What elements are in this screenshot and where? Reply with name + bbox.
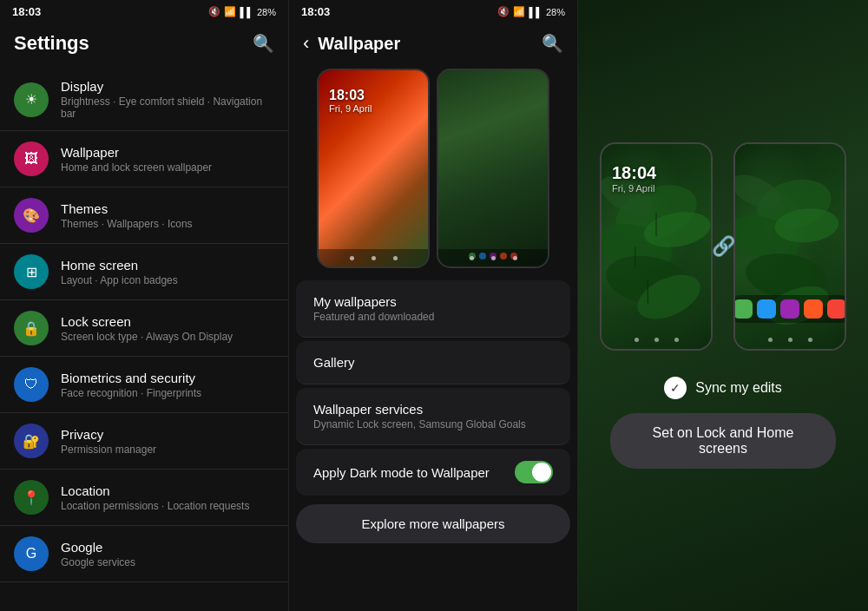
wallpaper-services-title: Wallpaper services <box>313 402 553 417</box>
lock-date: Fri, 9 April <box>329 103 372 114</box>
sync-check-icon: ✓ <box>664 377 687 399</box>
set-wallpaper-button[interactable]: Set on Lock and Home screens <box>610 413 836 469</box>
dark-mode-toggle[interactable]: Apply Dark mode to Wallpaper <box>296 449 570 496</box>
settings-item-wallpaper[interactable]: 🖼 Wallpaper Home and lock screen wallpap… <box>0 131 288 187</box>
signal-icon-2: ▌▌ <box>529 7 542 17</box>
wallpaper-header-left: ‹ Wallpaper <box>303 32 400 55</box>
wallpaper-services-sub: Dynamic Lock screen, Samsung Global Goal… <box>313 418 553 430</box>
menu-item-wallpaper-services[interactable]: Wallpaper services Dynamic Lock screen, … <box>296 388 570 445</box>
privacy-title: Privacy <box>61 427 156 442</box>
themes-title: Themes <box>61 201 193 216</box>
home-screen-text: Home screen Layout · App icon badges <box>61 258 178 286</box>
lock-screen-text: Lock screen Screen lock type · Always On… <box>61 314 233 343</box>
signal-icon: ▌▌ <box>240 7 253 17</box>
large-home-nav-d2 <box>788 338 792 342</box>
home-wallpaper <box>438 70 548 266</box>
settings-panel: 18:03 🔇 📶 ▌▌ 28% Settings 🔍 ☀ Display Br… <box>0 0 289 611</box>
google-icon: G <box>14 536 49 571</box>
home-app-5 <box>827 299 846 319</box>
preview-content: 18:04 Fri, 9 April 🔗 <box>578 142 868 469</box>
home-leaves-bg <box>735 144 845 349</box>
lock-time-overlay: 18:03 Fri, 9 April <box>329 88 372 114</box>
link-icon: 🔗 <box>712 235 735 258</box>
wallpaper-icon: 🖼 <box>14 141 49 176</box>
settings-item-lock-screen[interactable]: 🔒 Lock screen Screen lock type · Always … <box>0 300 288 357</box>
battery-icon-2: 28% <box>546 7 565 17</box>
lock-nav <box>319 249 428 266</box>
home-app-2 <box>757 299 776 319</box>
large-lock-time: 18:04 Fri, 9 April <box>612 163 656 194</box>
large-nav-d2 <box>654 338 659 342</box>
wallpaper-header: ‹ Wallpaper 🔍 <box>289 23 577 63</box>
preview-panel: 18:04 Fri, 9 April 🔗 <box>578 0 868 611</box>
google-text: Google Google services <box>61 540 135 568</box>
privacy-subtitle: Permission manager <box>61 443 156 456</box>
home-app-3 <box>780 299 799 319</box>
settings-item-display[interactable]: ☀ Display Brightness · Eye comfort shiel… <box>0 69 288 131</box>
status-bar-2: 18:03 🔇 📶 ▌▌ 28% <box>289 0 577 23</box>
sync-label: Sync my edits <box>695 380 782 396</box>
privacy-text: Privacy Permission manager <box>61 427 156 456</box>
back-button[interactable]: ‹ <box>303 32 309 55</box>
large-phone-previews: 18:04 Fri, 9 April 🔗 <box>600 142 846 351</box>
biometrics-subtitle: Face recognition · Fingerprints <box>61 387 201 399</box>
dark-mode-switch[interactable] <box>515 461 553 483</box>
large-home-nav-d3 <box>808 338 812 342</box>
gallery-title: Gallery <box>313 355 553 370</box>
home-screen-subtitle: Layout · App icon badges <box>61 274 178 286</box>
lock-screen-subtitle: Screen lock type · Always On Display <box>61 331 233 343</box>
home-screen-title: Home screen <box>61 258 178 273</box>
settings-item-privacy[interactable]: 🔐 Privacy Permission manager <box>0 413 288 470</box>
mute-icon-2: 🔇 <box>497 6 510 17</box>
settings-search-icon[interactable]: 🔍 <box>253 33 274 54</box>
large-home-nav-d1 <box>768 338 773 342</box>
large-home-preview[interactable] <box>733 142 846 351</box>
battery-icon: 28% <box>257 7 276 17</box>
mute-icon: 🔇 <box>208 6 220 17</box>
wallpaper-title: Wallpaper <box>318 34 400 54</box>
status-time-1: 18:03 <box>12 5 41 18</box>
settings-item-home-screen[interactable]: ⊞ Home screen Layout · App icon badges <box>0 244 288 300</box>
wallpaper-search-icon[interactable]: 🔍 <box>542 33 563 54</box>
home-nav <box>438 249 548 266</box>
settings-item-biometrics[interactable]: 🛡 Biometrics and security Face recogniti… <box>0 357 288 413</box>
lock-screen-icon: 🔒 <box>14 311 49 345</box>
settings-header: Settings 🔍 <box>0 23 288 65</box>
wallpaper-text: Wallpaper Home and lock screen wallpaper <box>61 145 212 174</box>
nav-dot-2 <box>372 256 376 260</box>
nav-dot-3 <box>393 256 398 260</box>
status-icons-1: 🔇 📶 ▌▌ 28% <box>208 6 276 17</box>
wallpaper-panel: 18:03 🔇 📶 ▌▌ 28% ‹ Wallpaper 🔍 18:03 Fri… <box>289 0 578 611</box>
settings-item-themes[interactable]: 🎨 Themes Themes · Wallpapers · Icons <box>0 187 288 244</box>
google-title: Google <box>61 540 135 555</box>
themes-text: Themes Themes · Wallpapers · Icons <box>61 201 193 230</box>
biometrics-icon: 🛡 <box>14 367 49 402</box>
location-subtitle: Location permissions · Location requests <box>61 500 249 512</box>
wallpaper-previews: 18:03 Fri, 9 April <box>289 63 577 277</box>
display-icon: ☀ <box>14 82 49 117</box>
location-icon: 📍 <box>14 480 49 515</box>
large-lock-preview[interactable]: 18:04 Fri, 9 April <box>600 142 713 351</box>
location-title: Location <box>61 483 249 498</box>
large-home-apps <box>733 295 846 323</box>
sync-row: ✓ Sync my edits <box>664 377 782 399</box>
settings-item-google[interactable]: G Google Google services <box>0 526 288 582</box>
home-app-4 <box>804 299 823 319</box>
display-title: Display <box>61 79 274 94</box>
menu-item-my-wallpapers[interactable]: My wallpapers Featured and downloaded <box>296 280 570 338</box>
home-screen-preview[interactable] <box>437 69 549 268</box>
status-icons-2: 🔇 📶 ▌▌ 28% <box>497 6 565 17</box>
large-nav-d3 <box>674 338 679 342</box>
menu-item-gallery[interactable]: Gallery <box>296 341 570 384</box>
my-wallpapers-title: My wallpapers <box>313 294 553 309</box>
toggle-knob <box>532 463 551 482</box>
settings-item-location[interactable]: 📍 Location Location permissions · Locati… <box>0 470 288 526</box>
wifi-icon: 📶 <box>224 6 236 17</box>
lock-leaves-bg: 18:04 Fri, 9 April <box>602 144 711 349</box>
large-lock-nav <box>602 338 711 342</box>
dark-mode-label: Apply Dark mode to Wallpaper <box>313 465 490 480</box>
lock-screen-preview[interactable]: 18:03 Fri, 9 April <box>317 69 430 268</box>
my-wallpapers-sub: Featured and downloaded <box>313 311 553 323</box>
display-subtitle: Brightness · Eye comfort shield · Naviga… <box>61 95 274 120</box>
explore-wallpapers-button[interactable]: Explore more wallpapers <box>296 504 570 543</box>
